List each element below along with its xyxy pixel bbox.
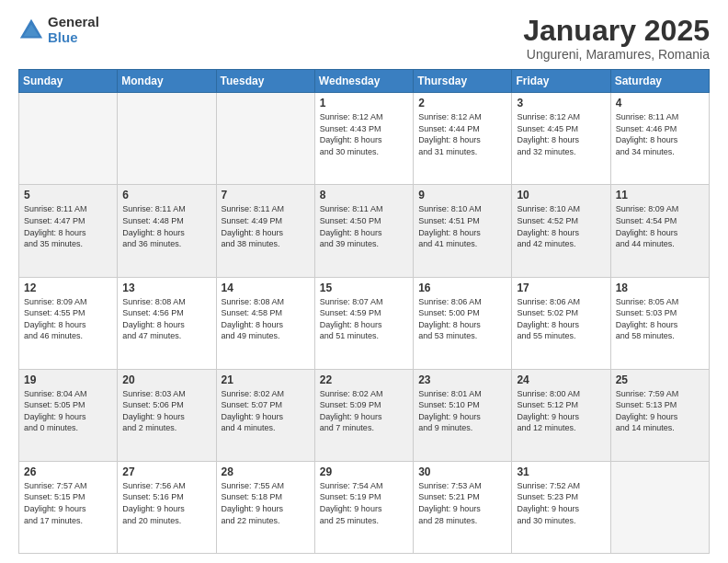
calendar-cell: 15Sunrise: 8:07 AM Sunset: 4:59 PM Dayli… [314,277,413,369]
weekday-header: Sunday [19,70,118,93]
day-number: 28 [222,465,310,478]
calendar-cell: 14Sunrise: 8:08 AM Sunset: 4:58 PM Dayli… [216,277,314,369]
calendar-cell: 26Sunrise: 7:57 AM Sunset: 5:15 PM Dayli… [19,461,118,553]
day-info: Sunrise: 8:12 AM Sunset: 4:45 PM Dayligh… [517,111,605,157]
day-info: Sunrise: 8:08 AM Sunset: 4:56 PM Dayligh… [122,296,210,342]
day-number: 14 [222,282,310,294]
day-info: Sunrise: 8:06 AM Sunset: 5:02 PM Dayligh… [517,296,605,342]
day-info: Sunrise: 7:56 AM Sunset: 5:16 PM Dayligh… [122,480,210,526]
day-number: 3 [517,97,605,109]
day-info: Sunrise: 7:55 AM Sunset: 5:18 PM Dayligh… [222,480,310,526]
calendar-cell: 21Sunrise: 8:02 AM Sunset: 5:07 PM Dayli… [216,369,314,461]
title-block: January 2025 Ungureni, Maramures, Romani… [523,15,710,62]
logo: General Blue [18,15,99,45]
day-number: 9 [418,189,506,201]
calendar-week-row: 19Sunrise: 8:04 AM Sunset: 5:05 PM Dayli… [19,369,710,461]
day-info: Sunrise: 8:11 AM Sunset: 4:46 PM Dayligh… [616,111,704,157]
calendar-cell [216,93,314,185]
day-number: 2 [418,97,506,109]
page: General Blue January 2025 Ungureni, Mara… [0,0,728,563]
day-number: 8 [320,189,408,201]
day-number: 4 [616,97,704,109]
weekday-header: Wednesday [314,70,413,93]
calendar-cell: 5Sunrise: 8:11 AM Sunset: 4:47 PM Daylig… [19,185,118,277]
day-info: Sunrise: 8:00 AM Sunset: 5:12 PM Dayligh… [517,388,605,434]
day-info: Sunrise: 7:54 AM Sunset: 5:19 PM Dayligh… [320,480,408,526]
calendar-cell: 22Sunrise: 8:02 AM Sunset: 5:09 PM Dayli… [314,369,413,461]
calendar-subtitle: Ungureni, Maramures, Romania [523,47,710,62]
calendar-cell: 12Sunrise: 8:09 AM Sunset: 4:55 PM Dayli… [19,277,118,369]
calendar-cell: 4Sunrise: 8:11 AM Sunset: 4:46 PM Daylig… [610,93,709,185]
logo-text: General Blue [48,15,99,45]
day-info: Sunrise: 8:11 AM Sunset: 4:49 PM Dayligh… [222,203,310,249]
day-number: 22 [320,373,408,386]
calendar-cell: 28Sunrise: 7:55 AM Sunset: 5:18 PM Dayli… [216,461,314,553]
calendar-cell: 16Sunrise: 8:06 AM Sunset: 5:00 PM Dayli… [414,277,512,369]
calendar-cell: 25Sunrise: 7:59 AM Sunset: 5:13 PM Dayli… [610,369,709,461]
day-number: 20 [122,373,210,386]
calendar-cell: 9Sunrise: 8:10 AM Sunset: 4:51 PM Daylig… [414,185,512,277]
day-number: 25 [616,373,704,386]
day-info: Sunrise: 8:03 AM Sunset: 5:06 PM Dayligh… [122,388,210,434]
day-number: 15 [320,282,408,294]
day-number: 27 [122,465,210,478]
day-info: Sunrise: 8:05 AM Sunset: 5:03 PM Dayligh… [616,296,704,342]
calendar-table: SundayMondayTuesdayWednesdayThursdayFrid… [18,69,710,554]
day-number: 12 [24,282,112,294]
day-info: Sunrise: 8:09 AM Sunset: 4:55 PM Dayligh… [24,296,112,342]
day-info: Sunrise: 8:01 AM Sunset: 5:10 PM Dayligh… [418,388,506,434]
calendar-cell: 11Sunrise: 8:09 AM Sunset: 4:54 PM Dayli… [610,185,709,277]
day-number: 13 [122,282,210,294]
calendar-cell: 17Sunrise: 8:06 AM Sunset: 5:02 PM Dayli… [512,277,610,369]
calendar-cell: 13Sunrise: 8:08 AM Sunset: 4:56 PM Dayli… [118,277,216,369]
calendar-cell: 30Sunrise: 7:53 AM Sunset: 5:21 PM Dayli… [414,461,512,553]
day-info: Sunrise: 8:06 AM Sunset: 5:00 PM Dayligh… [418,296,506,342]
weekday-header-row: SundayMondayTuesdayWednesdayThursdayFrid… [19,70,710,93]
day-info: Sunrise: 8:10 AM Sunset: 4:52 PM Dayligh… [517,203,605,249]
calendar-cell: 24Sunrise: 8:00 AM Sunset: 5:12 PM Dayli… [512,369,610,461]
calendar-cell: 19Sunrise: 8:04 AM Sunset: 5:05 PM Dayli… [19,369,118,461]
day-number: 19 [24,373,112,386]
calendar-cell [610,461,709,553]
day-info: Sunrise: 8:12 AM Sunset: 4:44 PM Dayligh… [418,111,506,157]
day-info: Sunrise: 8:10 AM Sunset: 4:51 PM Dayligh… [418,203,506,249]
calendar-cell: 2Sunrise: 8:12 AM Sunset: 4:44 PM Daylig… [414,93,512,185]
calendar-week-row: 1Sunrise: 8:12 AM Sunset: 4:43 PM Daylig… [19,93,710,185]
calendar-cell: 23Sunrise: 8:01 AM Sunset: 5:10 PM Dayli… [414,369,512,461]
calendar-cell: 31Sunrise: 7:52 AM Sunset: 5:23 PM Dayli… [512,461,610,553]
calendar-cell: 7Sunrise: 8:11 AM Sunset: 4:49 PM Daylig… [216,185,314,277]
day-number: 7 [222,189,310,201]
day-info: Sunrise: 8:12 AM Sunset: 4:43 PM Dayligh… [320,111,408,157]
calendar-cell: 27Sunrise: 7:56 AM Sunset: 5:16 PM Dayli… [118,461,216,553]
day-number: 6 [122,189,210,201]
day-info: Sunrise: 8:02 AM Sunset: 5:07 PM Dayligh… [222,388,310,434]
day-number: 5 [24,189,112,201]
calendar-week-row: 12Sunrise: 8:09 AM Sunset: 4:55 PM Dayli… [19,277,710,369]
calendar-week-row: 5Sunrise: 8:11 AM Sunset: 4:47 PM Daylig… [19,185,710,277]
day-number: 30 [418,465,506,478]
weekday-header: Saturday [610,70,709,93]
logo-blue: Blue [48,30,99,46]
day-info: Sunrise: 8:04 AM Sunset: 5:05 PM Dayligh… [24,388,112,434]
header: General Blue January 2025 Ungureni, Mara… [18,15,710,62]
day-number: 21 [222,373,310,386]
day-info: Sunrise: 8:02 AM Sunset: 5:09 PM Dayligh… [320,388,408,434]
day-info: Sunrise: 7:59 AM Sunset: 5:13 PM Dayligh… [616,388,704,434]
calendar-cell: 6Sunrise: 8:11 AM Sunset: 4:48 PM Daylig… [118,185,216,277]
weekday-header: Tuesday [216,70,314,93]
weekday-header: Friday [512,70,610,93]
day-info: Sunrise: 8:08 AM Sunset: 4:58 PM Dayligh… [222,296,310,342]
day-number: 17 [517,282,605,294]
day-info: Sunrise: 7:52 AM Sunset: 5:23 PM Dayligh… [517,480,605,526]
day-info: Sunrise: 8:09 AM Sunset: 4:54 PM Dayligh… [616,203,704,249]
day-number: 26 [24,465,112,478]
calendar-week-row: 26Sunrise: 7:57 AM Sunset: 5:15 PM Dayli… [19,461,710,553]
calendar-cell: 29Sunrise: 7:54 AM Sunset: 5:19 PM Dayli… [314,461,413,553]
day-info: Sunrise: 8:11 AM Sunset: 4:47 PM Dayligh… [24,203,112,249]
day-number: 31 [517,465,605,478]
calendar-cell [19,93,118,185]
weekday-header: Monday [118,70,216,93]
calendar-title: January 2025 [523,15,710,47]
day-number: 16 [418,282,506,294]
calendar-cell: 18Sunrise: 8:05 AM Sunset: 5:03 PM Dayli… [610,277,709,369]
